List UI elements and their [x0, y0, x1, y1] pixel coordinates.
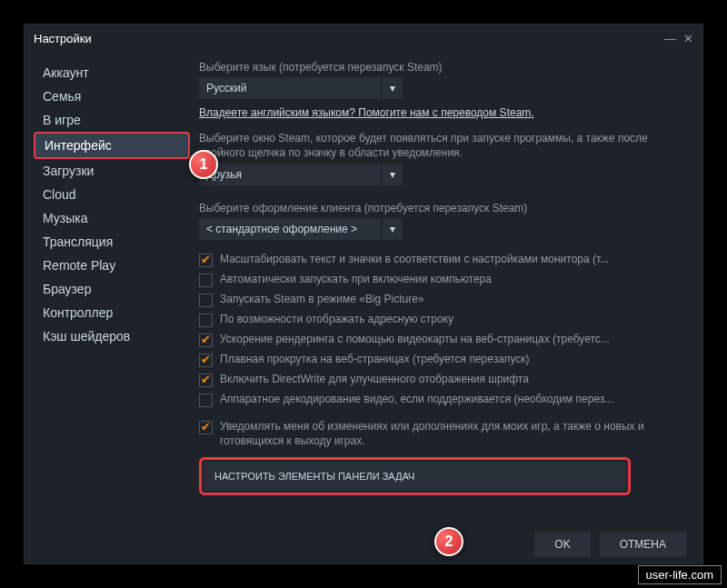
annotation-marker-1: 1	[189, 150, 218, 179]
check-gpu[interactable]: Ускорение рендеринга с помощью видеокарт…	[199, 333, 686, 347]
checkbox-icon	[199, 294, 213, 307]
footer: OK ОТМЕНА	[534, 525, 702, 563]
language-select[interactable]: Русский ▾	[199, 77, 686, 99]
sidebar-item-cloud[interactable]: Cloud	[34, 183, 190, 206]
skin-select[interactable]: < стандартное оформление > ▾	[199, 218, 686, 240]
sidebar-item-browser[interactable]: Браузер	[34, 277, 190, 301]
check-scaling[interactable]: Масштабировать текст и значки в соответс…	[199, 253, 686, 267]
sidebar-item-shadercache[interactable]: Кэш шейдеров	[34, 324, 190, 348]
checkbox-icon	[199, 334, 213, 347]
checkbox-icon	[199, 394, 213, 407]
skin-label: Выберите оформление клиента (потребуется…	[199, 202, 686, 214]
checkbox-icon	[199, 314, 213, 327]
highlight-taskbar: НАСТРОИТЬ ЭЛЕМЕНТЫ ПАНЕЛИ ЗАДАЧ	[199, 457, 631, 495]
chevron-down-icon: ▾	[383, 77, 403, 99]
check-notify[interactable]: Уведомлять меня об изменениях или дополн…	[199, 420, 686, 448]
language-label: Выберите язык (потребуется перезапуск St…	[199, 61, 686, 74]
window-controls: — ✕	[664, 32, 693, 45]
settings-window: Настройки — ✕ Аккаунт Семья В игре Интер…	[24, 24, 703, 564]
main-panel: Выберите язык (потребуется перезапуск St…	[190, 52, 702, 525]
chevron-down-icon: ▾	[383, 218, 403, 240]
startwindow-value: Друзья	[199, 164, 381, 185]
watermark: user-life.com	[638, 565, 722, 584]
taskbar-settings-button[interactable]: НАСТРОИТЬ ЭЛЕМЕНТЫ ПАНЕЛИ ЗАДАЧ	[204, 462, 626, 491]
translate-link[interactable]: Владеете английским языком? Помогите нам…	[199, 106, 686, 119]
sidebar-item-interface[interactable]: Интерфейс	[34, 132, 190, 159]
skin-value: < стандартное оформление >	[199, 218, 381, 240]
check-bigpicture[interactable]: Запускать Steam в режиме «Big Picture»	[199, 293, 686, 307]
content: Аккаунт Семья В игре Интерфейс Загрузки …	[25, 52, 702, 525]
check-autostart[interactable]: Автоматически запускать при включении ко…	[199, 273, 686, 287]
check-urlbar[interactable]: По возможности отображать адресную строк…	[199, 313, 686, 327]
sidebar-item-ingame[interactable]: В игре	[34, 108, 190, 132]
checkbox-icon	[199, 254, 213, 267]
sidebar-item-family[interactable]: Семья	[34, 85, 190, 108]
sidebar-item-remoteplay[interactable]: Remote Play	[34, 254, 190, 277]
window-title: Настройки	[34, 32, 92, 45]
sidebar-item-account[interactable]: Аккаунт	[34, 61, 190, 85]
ok-button[interactable]: OK	[534, 532, 590, 557]
sidebar: Аккаунт Семья В игре Интерфейс Загрузки …	[25, 52, 190, 525]
sidebar-item-controller[interactable]: Контроллер	[34, 301, 190, 324]
check-hwdecode[interactable]: Аппаратное декодирование видео, если под…	[199, 393, 686, 407]
checkbox-icon	[199, 274, 213, 287]
sidebar-item-downloads[interactable]: Загрузки	[34, 159, 190, 183]
checkbox-icon	[199, 421, 213, 434]
startwindow-label: Выберите окно Steam, которое будет появл…	[199, 132, 686, 160]
annotation-marker-2: 2	[434, 527, 463, 556]
language-value: Русский	[199, 77, 381, 99]
chevron-down-icon: ▾	[383, 164, 403, 185]
check-smoothscroll[interactable]: Плавная прокрутка на веб-страницах (треб…	[199, 353, 686, 367]
titlebar: Настройки — ✕	[25, 25, 702, 52]
close-icon[interactable]: ✕	[683, 32, 693, 45]
startwindow-select[interactable]: Друзья ▾	[199, 164, 686, 185]
sidebar-item-broadcast[interactable]: Трансляция	[34, 230, 190, 254]
cancel-button[interactable]: ОТМЕНА	[600, 532, 686, 557]
checkbox-icon	[199, 354, 213, 367]
minimize-icon[interactable]: —	[664, 32, 676, 45]
sidebar-item-music[interactable]: Музыка	[34, 206, 190, 230]
check-directwrite[interactable]: Включить DirectWrite для улучшенного ото…	[199, 373, 686, 387]
checkbox-icon	[199, 374, 213, 387]
